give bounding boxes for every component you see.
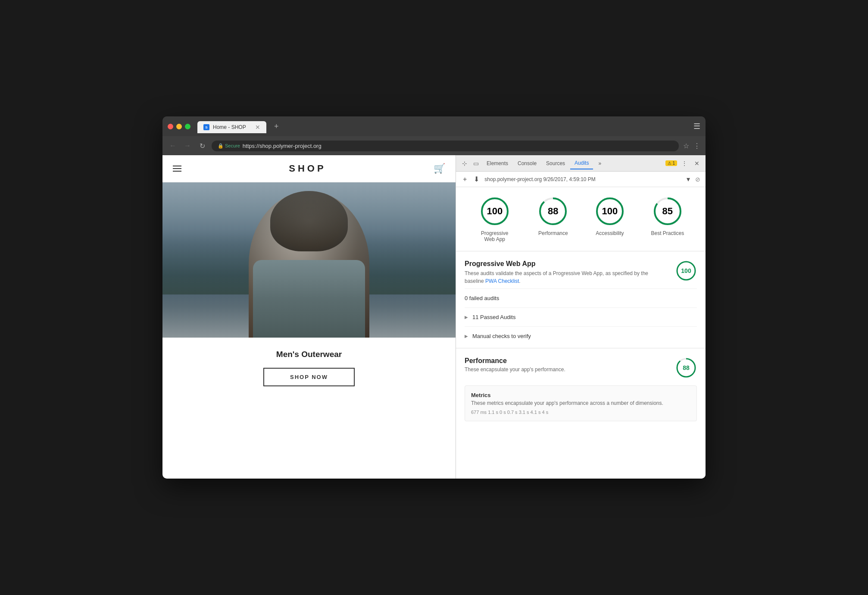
bookmark-icon[interactable]: ☆: [683, 142, 689, 150]
score-label-pwa: Progressive Web App: [478, 230, 512, 242]
browser-window: S Home - SHOP ✕ + ☰ ← → ↻ 🔒 Secure https…: [162, 116, 706, 479]
pwa-section-title: Progressive Web App: [465, 260, 663, 268]
score-label-best-practices: Best Practices: [651, 230, 684, 236]
pwa-checklist-link[interactable]: PWA Checklist: [485, 278, 519, 284]
devtools-tabs: ⊹ ▭ Elements Console Sources Audits » ⚠ …: [456, 155, 706, 172]
score-label-performance: Performance: [538, 230, 568, 236]
metrics-values: 677 ms 1.1 s 0 s 0.7 s 3.1 s 4.1 s 4 s: [471, 410, 690, 415]
score-circle-best-practices: 85: [652, 196, 683, 227]
passed-audits-text: 11 Passed Audits: [472, 314, 515, 320]
download-button[interactable]: ⬇: [472, 174, 481, 184]
forward-button[interactable]: →: [182, 142, 193, 150]
tab-console[interactable]: Console: [513, 158, 541, 169]
audit-results: Progressive Web App These audits validat…: [456, 251, 706, 479]
perf-score-value: 88: [683, 364, 690, 371]
hero-image: [162, 182, 456, 338]
devtools-close-icon[interactable]: ✕: [692, 158, 702, 169]
tab-title: Home - SHOP: [213, 124, 246, 130]
devtools-panel: ⊹ ▭ Elements Console Sources Audits » ⚠ …: [456, 155, 706, 479]
score-value-best-practices: 85: [662, 206, 673, 217]
menu-icon: ☰: [693, 122, 700, 131]
address-input[interactable]: 🔒 Secure https://shop.polymer-project.or…: [212, 141, 679, 151]
traffic-lights: [168, 124, 190, 129]
tab-close-button[interactable]: ✕: [255, 124, 260, 131]
metrics-subsection: Metrics These metrics encapsulate your a…: [465, 385, 697, 421]
tab-more[interactable]: »: [594, 158, 606, 169]
new-tab-button[interactable]: +: [272, 121, 281, 132]
perf-section-title: Performance: [465, 357, 565, 365]
score-pwa: 100 Progressive Web App: [478, 196, 512, 242]
address-bar: ← → ↻ 🔒 Secure https://shop.polymer-proj…: [162, 136, 706, 155]
perf-section-desc: These encapsulate your app's performance…: [465, 366, 565, 373]
manual-checks-expand-icon: ▶: [465, 334, 468, 338]
score-circle-pwa: 100: [479, 196, 510, 227]
score-performance: 88 Performance: [537, 196, 568, 242]
hero-text-section: Men's Outerwear SHOP NOW: [162, 338, 456, 398]
tab-favicon: S: [203, 124, 209, 130]
url-text: https://shop.polymer-project.org: [243, 143, 322, 149]
perf-score-circle: 88: [675, 357, 697, 379]
score-value-accessibility: 100: [602, 206, 618, 217]
devtools-icons: ⊹ ▭: [459, 158, 481, 169]
more-options-icon[interactable]: ⋮: [693, 142, 700, 150]
pwa-score-circle-large: 100: [675, 260, 697, 282]
score-circle-performance: 88: [537, 196, 568, 227]
reload-button[interactable]: ↻: [197, 142, 207, 150]
device-icon[interactable]: ▭: [471, 158, 481, 169]
close-traffic-light[interactable]: [168, 124, 173, 129]
maximize-traffic-light[interactable]: [185, 124, 190, 129]
audit-dropdown[interactable]: ▾: [685, 174, 692, 184]
manual-checks-text: Manual checks to verify: [472, 333, 531, 339]
cursor-icon[interactable]: ⊹: [459, 158, 470, 169]
address-bar-right: ☆ ⋮: [683, 142, 700, 150]
back-button[interactable]: ←: [168, 142, 178, 150]
performance-audit-section: Performance These encapsulate your app's…: [456, 348, 706, 430]
passed-audits-expand-icon: ▶: [465, 315, 468, 319]
pwa-section-header: Progressive Web App These audits validat…: [465, 260, 697, 285]
browser-menu-button[interactable]: ☰: [693, 122, 700, 131]
perf-section-header: Performance These encapsulate your app's…: [465, 357, 697, 379]
warning-badge: ⚠ 1: [665, 160, 677, 166]
passed-audits-row[interactable]: ▶ 11 Passed Audits: [465, 307, 697, 326]
devtools-more-icon[interactable]: ⋮: [679, 158, 690, 169]
browser-tab[interactable]: S Home - SHOP ✕: [197, 121, 266, 133]
hamburger-menu[interactable]: [173, 166, 181, 172]
score-value-performance: 88: [548, 206, 558, 217]
fog-overlay: [162, 182, 456, 338]
tab-sources[interactable]: Sources: [542, 158, 569, 169]
score-value-pwa: 100: [487, 206, 503, 217]
shop-header: SHOP 🛒: [162, 155, 456, 182]
devtools-toolbar: + ⬇ shop.polymer-project.org 9/26/2017, …: [456, 172, 706, 187]
pwa-score-value-large: 100: [681, 267, 691, 274]
minimize-traffic-light[interactable]: [176, 124, 182, 129]
devtools-right: ⚠ 1 ⋮ ✕: [665, 158, 702, 169]
browser-content: SHOP 🛒 Men's Outerwear SHOP NOW: [162, 155, 706, 479]
shop-now-button[interactable]: SHOP NOW: [263, 368, 355, 386]
scores-section: 100 Progressive Web App 88 Performance: [456, 187, 706, 251]
secure-badge: 🔒 Secure: [218, 143, 240, 149]
audit-info: shop.polymer-project.org 9/26/2017, 4:59…: [484, 176, 681, 182]
failed-audits-text: 0 failed audits: [465, 295, 499, 301]
score-accessibility: 100 Accessibility: [594, 196, 625, 242]
tab-elements[interactable]: Elements: [482, 158, 512, 169]
shop-logo: SHOP: [289, 163, 326, 174]
score-circle-accessibility: 100: [594, 196, 625, 227]
hero-section: Men's Outerwear SHOP NOW: [162, 182, 456, 479]
metrics-title: Metrics: [471, 392, 690, 398]
title-bar: S Home - SHOP ✕ + ☰: [162, 116, 706, 136]
webpage: SHOP 🛒 Men's Outerwear SHOP NOW: [162, 155, 456, 479]
no-throttle-icon[interactable]: ⊘: [695, 176, 700, 183]
tab-audits[interactable]: Audits: [570, 157, 593, 169]
pwa-audit-section: Progressive Web App These audits validat…: [456, 251, 706, 348]
metrics-desc: These metrics encapsulate your app's per…: [471, 400, 690, 406]
failed-audits-row[interactable]: 0 failed audits: [465, 288, 697, 307]
score-label-accessibility: Accessibility: [596, 230, 624, 236]
perf-section-content: Performance These encapsulate your app's…: [465, 357, 565, 373]
cart-icon[interactable]: 🛒: [434, 163, 445, 174]
manual-checks-row[interactable]: ▶ Manual checks to verify: [465, 326, 697, 345]
new-audit-button[interactable]: +: [461, 175, 468, 184]
hero-title: Men's Outerwear: [173, 350, 445, 359]
pwa-section-content: Progressive Web App These audits validat…: [465, 260, 663, 285]
score-best-practices: 85 Best Practices: [651, 196, 684, 242]
pwa-section-desc: These audits validate the aspects of a P…: [465, 269, 663, 285]
